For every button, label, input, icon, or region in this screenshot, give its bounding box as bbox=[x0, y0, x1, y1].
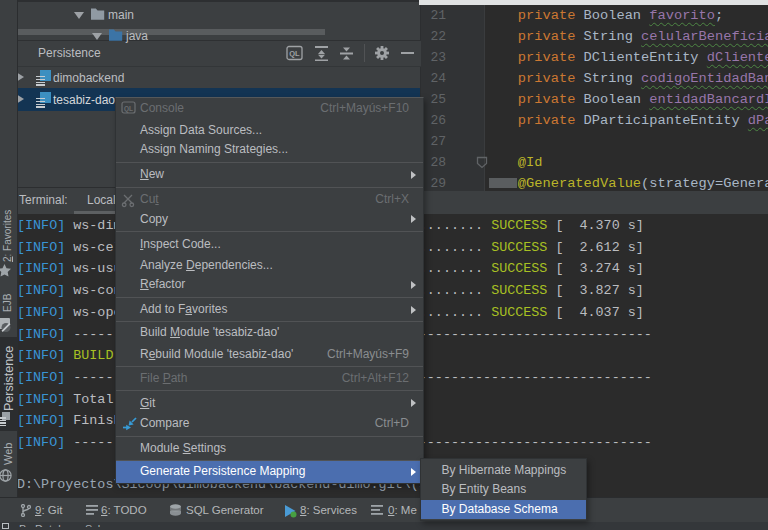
svg-text:QL: QL bbox=[289, 49, 300, 58]
svg-text:QL: QL bbox=[124, 105, 133, 113]
